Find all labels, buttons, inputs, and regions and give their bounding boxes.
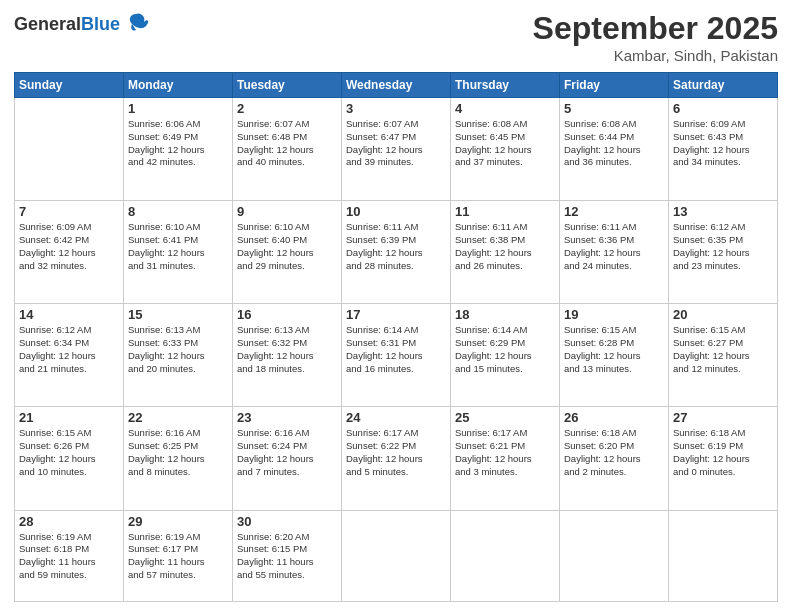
table-row: 22Sunrise: 6:16 AM Sunset: 6:25 PM Dayli… (124, 407, 233, 510)
table-row: 10Sunrise: 6:11 AM Sunset: 6:39 PM Dayli… (342, 201, 451, 304)
day-number: 20 (673, 307, 773, 322)
col-wednesday: Wednesday (342, 73, 451, 98)
col-thursday: Thursday (451, 73, 560, 98)
day-info: Sunrise: 6:12 AM Sunset: 6:34 PM Dayligh… (19, 324, 119, 375)
day-number: 23 (237, 410, 337, 425)
day-number: 12 (564, 204, 664, 219)
day-number: 29 (128, 514, 228, 529)
table-row: 17Sunrise: 6:14 AM Sunset: 6:31 PM Dayli… (342, 304, 451, 407)
table-row: 20Sunrise: 6:15 AM Sunset: 6:27 PM Dayli… (669, 304, 778, 407)
day-number: 28 (19, 514, 119, 529)
location-subtitle: Kambar, Sindh, Pakistan (533, 47, 778, 64)
table-row: 11Sunrise: 6:11 AM Sunset: 6:38 PM Dayli… (451, 201, 560, 304)
day-info: Sunrise: 6:16 AM Sunset: 6:24 PM Dayligh… (237, 427, 337, 478)
day-info: Sunrise: 6:07 AM Sunset: 6:48 PM Dayligh… (237, 118, 337, 169)
day-info: Sunrise: 6:17 AM Sunset: 6:22 PM Dayligh… (346, 427, 446, 478)
table-row: 23Sunrise: 6:16 AM Sunset: 6:24 PM Dayli… (233, 407, 342, 510)
col-tuesday: Tuesday (233, 73, 342, 98)
day-number: 5 (564, 101, 664, 116)
day-number: 9 (237, 204, 337, 219)
day-number: 6 (673, 101, 773, 116)
day-number: 10 (346, 204, 446, 219)
day-info: Sunrise: 6:13 AM Sunset: 6:33 PM Dayligh… (128, 324, 228, 375)
table-row: 16Sunrise: 6:13 AM Sunset: 6:32 PM Dayli… (233, 304, 342, 407)
day-info: Sunrise: 6:12 AM Sunset: 6:35 PM Dayligh… (673, 221, 773, 272)
day-info: Sunrise: 6:15 AM Sunset: 6:28 PM Dayligh… (564, 324, 664, 375)
table-row: 26Sunrise: 6:18 AM Sunset: 6:20 PM Dayli… (560, 407, 669, 510)
table-row: 6Sunrise: 6:09 AM Sunset: 6:43 PM Daylig… (669, 98, 778, 201)
day-info: Sunrise: 6:20 AM Sunset: 6:15 PM Dayligh… (237, 531, 337, 582)
title-block: September 2025 Kambar, Sindh, Pakistan (533, 10, 778, 64)
col-friday: Friday (560, 73, 669, 98)
day-number: 18 (455, 307, 555, 322)
day-info: Sunrise: 6:19 AM Sunset: 6:17 PM Dayligh… (128, 531, 228, 582)
table-row: 9Sunrise: 6:10 AM Sunset: 6:40 PM Daylig… (233, 201, 342, 304)
table-row (342, 510, 451, 601)
day-info: Sunrise: 6:15 AM Sunset: 6:26 PM Dayligh… (19, 427, 119, 478)
table-row: 5Sunrise: 6:08 AM Sunset: 6:44 PM Daylig… (560, 98, 669, 201)
day-number: 27 (673, 410, 773, 425)
logo-bird-icon (122, 10, 150, 38)
day-info: Sunrise: 6:08 AM Sunset: 6:45 PM Dayligh… (455, 118, 555, 169)
table-row: 18Sunrise: 6:14 AM Sunset: 6:29 PM Dayli… (451, 304, 560, 407)
day-number: 1 (128, 101, 228, 116)
day-info: Sunrise: 6:08 AM Sunset: 6:44 PM Dayligh… (564, 118, 664, 169)
table-row (451, 510, 560, 601)
day-info: Sunrise: 6:18 AM Sunset: 6:20 PM Dayligh… (564, 427, 664, 478)
day-number: 22 (128, 410, 228, 425)
day-info: Sunrise: 6:13 AM Sunset: 6:32 PM Dayligh… (237, 324, 337, 375)
day-number: 26 (564, 410, 664, 425)
logo-general: General (14, 14, 81, 34)
table-row: 14Sunrise: 6:12 AM Sunset: 6:34 PM Dayli… (15, 304, 124, 407)
day-number: 2 (237, 101, 337, 116)
table-row: 21Sunrise: 6:15 AM Sunset: 6:26 PM Dayli… (15, 407, 124, 510)
day-number: 14 (19, 307, 119, 322)
table-row: 28Sunrise: 6:19 AM Sunset: 6:18 PM Dayli… (15, 510, 124, 601)
day-info: Sunrise: 6:16 AM Sunset: 6:25 PM Dayligh… (128, 427, 228, 478)
day-number: 8 (128, 204, 228, 219)
day-info: Sunrise: 6:11 AM Sunset: 6:39 PM Dayligh… (346, 221, 446, 272)
col-saturday: Saturday (669, 73, 778, 98)
table-row: 3Sunrise: 6:07 AM Sunset: 6:47 PM Daylig… (342, 98, 451, 201)
table-row: 13Sunrise: 6:12 AM Sunset: 6:35 PM Dayli… (669, 201, 778, 304)
day-info: Sunrise: 6:11 AM Sunset: 6:38 PM Dayligh… (455, 221, 555, 272)
col-monday: Monday (124, 73, 233, 98)
table-row: 15Sunrise: 6:13 AM Sunset: 6:33 PM Dayli… (124, 304, 233, 407)
day-info: Sunrise: 6:11 AM Sunset: 6:36 PM Dayligh… (564, 221, 664, 272)
day-number: 19 (564, 307, 664, 322)
page-header: GeneralBlue September 2025 Kambar, Sindh… (14, 10, 778, 64)
table-row: 27Sunrise: 6:18 AM Sunset: 6:19 PM Dayli… (669, 407, 778, 510)
table-row (15, 98, 124, 201)
calendar-table: Sunday Monday Tuesday Wednesday Thursday… (14, 72, 778, 602)
table-row (669, 510, 778, 601)
table-row: 4Sunrise: 6:08 AM Sunset: 6:45 PM Daylig… (451, 98, 560, 201)
day-info: Sunrise: 6:09 AM Sunset: 6:42 PM Dayligh… (19, 221, 119, 272)
day-number: 4 (455, 101, 555, 116)
day-info: Sunrise: 6:10 AM Sunset: 6:41 PM Dayligh… (128, 221, 228, 272)
page-title: September 2025 (533, 10, 778, 47)
table-row: 12Sunrise: 6:11 AM Sunset: 6:36 PM Dayli… (560, 201, 669, 304)
table-row: 29Sunrise: 6:19 AM Sunset: 6:17 PM Dayli… (124, 510, 233, 601)
table-row: 19Sunrise: 6:15 AM Sunset: 6:28 PM Dayli… (560, 304, 669, 407)
day-number: 25 (455, 410, 555, 425)
table-row: 7Sunrise: 6:09 AM Sunset: 6:42 PM Daylig… (15, 201, 124, 304)
table-row: 24Sunrise: 6:17 AM Sunset: 6:22 PM Dayli… (342, 407, 451, 510)
day-info: Sunrise: 6:14 AM Sunset: 6:31 PM Dayligh… (346, 324, 446, 375)
day-info: Sunrise: 6:15 AM Sunset: 6:27 PM Dayligh… (673, 324, 773, 375)
day-number: 7 (19, 204, 119, 219)
table-row: 25Sunrise: 6:17 AM Sunset: 6:21 PM Dayli… (451, 407, 560, 510)
day-info: Sunrise: 6:09 AM Sunset: 6:43 PM Dayligh… (673, 118, 773, 169)
day-number: 15 (128, 307, 228, 322)
day-info: Sunrise: 6:07 AM Sunset: 6:47 PM Dayligh… (346, 118, 446, 169)
day-number: 16 (237, 307, 337, 322)
day-number: 11 (455, 204, 555, 219)
day-number: 13 (673, 204, 773, 219)
day-number: 30 (237, 514, 337, 529)
day-info: Sunrise: 6:17 AM Sunset: 6:21 PM Dayligh… (455, 427, 555, 478)
table-row: 8Sunrise: 6:10 AM Sunset: 6:41 PM Daylig… (124, 201, 233, 304)
day-number: 24 (346, 410, 446, 425)
day-info: Sunrise: 6:06 AM Sunset: 6:49 PM Dayligh… (128, 118, 228, 169)
table-row: 1Sunrise: 6:06 AM Sunset: 6:49 PM Daylig… (124, 98, 233, 201)
logo-blue: Blue (81, 14, 120, 34)
day-number: 17 (346, 307, 446, 322)
